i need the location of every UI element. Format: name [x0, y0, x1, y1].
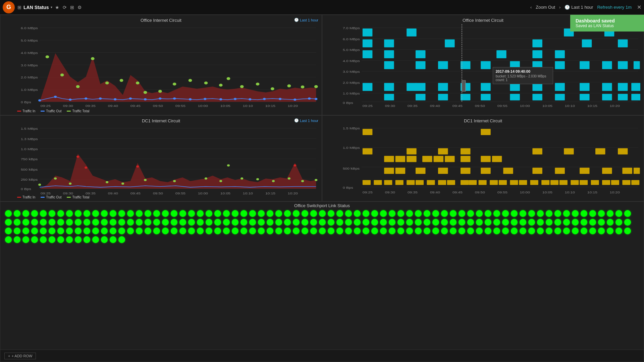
link-status-dot[interactable]	[31, 228, 38, 234]
link-status-dot[interactable]	[302, 219, 308, 226]
link-status-dot[interactable]	[31, 219, 38, 226]
link-status-dot[interactable]	[14, 219, 20, 226]
link-status-dot[interactable]	[206, 228, 212, 234]
link-status-dot[interactable]	[57, 219, 64, 226]
link-status-dot[interactable]	[467, 228, 474, 234]
link-status-dot[interactable]	[267, 219, 273, 226]
link-status-dot[interactable]	[179, 210, 186, 217]
link-status-dot[interactable]	[485, 219, 491, 226]
link-status-dot[interactable]	[179, 228, 186, 234]
link-status-dot[interactable]	[293, 210, 300, 217]
link-status-dot[interactable]	[459, 210, 465, 217]
link-status-dot[interactable]	[127, 219, 134, 226]
link-status-dot[interactable]	[284, 219, 291, 226]
link-status-dot[interactable]	[589, 219, 596, 226]
link-status-dot[interactable]	[171, 228, 177, 234]
link-status-dot[interactable]	[546, 210, 552, 217]
link-status-dot[interactable]	[397, 210, 404, 217]
link-status-dot[interactable]	[171, 210, 177, 217]
link-status-dot[interactable]	[528, 219, 535, 226]
link-status-dot[interactable]	[459, 219, 465, 226]
link-status-dot[interactable]	[153, 219, 160, 226]
link-status-dot[interactable]	[240, 219, 247, 226]
zoom-out-fwd-btn[interactable]: ›	[559, 5, 560, 10]
link-status-dot[interactable]	[92, 236, 99, 243]
link-status-dot[interactable]	[293, 228, 300, 234]
link-status-dot[interactable]	[336, 219, 343, 226]
title-dropdown-arrow[interactable]: ▾	[51, 5, 52, 9]
link-status-dot[interactable]	[607, 228, 613, 234]
link-status-dot[interactable]	[415, 210, 422, 217]
add-row-button[interactable]: + + ADD ROW	[4, 353, 36, 359]
link-status-dot[interactable]	[441, 219, 448, 226]
link-status-dot[interactable]	[145, 210, 151, 217]
link-status-dot[interactable]	[563, 219, 570, 226]
link-status-dot[interactable]	[232, 219, 238, 226]
link-status-dot[interactable]	[197, 219, 204, 226]
link-status-dot[interactable]	[75, 219, 82, 226]
link-status-dot[interactable]	[22, 228, 29, 234]
link-status-dot[interactable]	[110, 219, 116, 226]
link-status-dot[interactable]	[179, 219, 186, 226]
link-status-dot[interactable]	[66, 236, 73, 243]
link-status-dot[interactable]	[214, 219, 221, 226]
dashboard-title[interactable]: LAN Status	[23, 5, 49, 10]
link-status-dot[interactable]	[136, 219, 143, 226]
link-status-dot[interactable]	[624, 228, 631, 234]
link-status-dot[interactable]	[345, 210, 352, 217]
link-status-dot[interactable]	[511, 219, 518, 226]
link-status-dot[interactable]	[485, 228, 491, 234]
link-status-dot[interactable]	[162, 228, 169, 234]
link-status-dot[interactable]	[66, 228, 73, 234]
link-status-dot[interactable]	[502, 219, 509, 226]
link-status-dot[interactable]	[275, 210, 282, 217]
link-status-dot[interactable]	[554, 210, 561, 217]
link-status-dot[interactable]	[214, 228, 221, 234]
link-status-dot[interactable]	[22, 210, 29, 217]
link-status-dot[interactable]	[406, 219, 413, 226]
link-status-dot[interactable]	[310, 210, 317, 217]
link-status-dot[interactable]	[110, 228, 116, 234]
nav-close-btn[interactable]: ✕	[637, 4, 641, 10]
link-status-dot[interactable]	[101, 210, 108, 217]
link-status-dot[interactable]	[249, 210, 256, 217]
link-status-dot[interactable]	[75, 236, 82, 243]
link-status-dot[interactable]	[101, 219, 108, 226]
link-status-dot[interactable]	[389, 228, 395, 234]
link-status-dot[interactable]	[84, 228, 90, 234]
link-status-dot[interactable]	[206, 219, 212, 226]
time-range-selector[interactable]: 🕐 Last 1 hour	[565, 5, 593, 10]
link-status-dot[interactable]	[563, 228, 570, 234]
link-status-dot[interactable]	[118, 228, 125, 234]
link-status-dot[interactable]	[607, 219, 613, 226]
link-status-dot[interactable]	[145, 219, 151, 226]
link-status-dot[interactable]	[354, 219, 361, 226]
settings-icon[interactable]: ⚙	[77, 5, 82, 10]
link-status-dot[interactable]	[110, 210, 116, 217]
link-status-dot[interactable]	[319, 228, 326, 234]
link-status-dot[interactable]	[415, 228, 422, 234]
link-status-dot[interactable]	[75, 228, 82, 234]
link-status-dot[interactable]	[476, 219, 483, 226]
link-status-dot[interactable]	[354, 210, 361, 217]
link-status-dot[interactable]	[537, 219, 544, 226]
link-status-dot[interactable]	[520, 228, 526, 234]
copy-icon[interactable]: ⊞	[70, 5, 74, 10]
link-status-dot[interactable]	[485, 210, 491, 217]
link-status-dot[interactable]	[188, 219, 195, 226]
refresh-label[interactable]: Refresh every 1m	[597, 5, 632, 10]
link-status-dot[interactable]	[424, 219, 430, 226]
link-status-dot[interactable]	[302, 210, 308, 217]
chart-time-label-ml[interactable]: 🕐 Last 1 hour	[294, 118, 318, 123]
share-icon[interactable]: ⟳	[63, 5, 67, 10]
link-status-dot[interactable]	[615, 210, 622, 217]
link-status-dot[interactable]	[493, 219, 500, 226]
link-status-dot[interactable]	[267, 228, 273, 234]
link-status-dot[interactable]	[5, 210, 12, 217]
link-status-dot[interactable]	[371, 210, 378, 217]
link-status-dot[interactable]	[5, 236, 12, 243]
link-status-dot[interactable]	[258, 210, 265, 217]
link-status-dot[interactable]	[136, 210, 143, 217]
link-status-dot[interactable]	[371, 219, 378, 226]
link-status-dot[interactable]	[432, 228, 439, 234]
